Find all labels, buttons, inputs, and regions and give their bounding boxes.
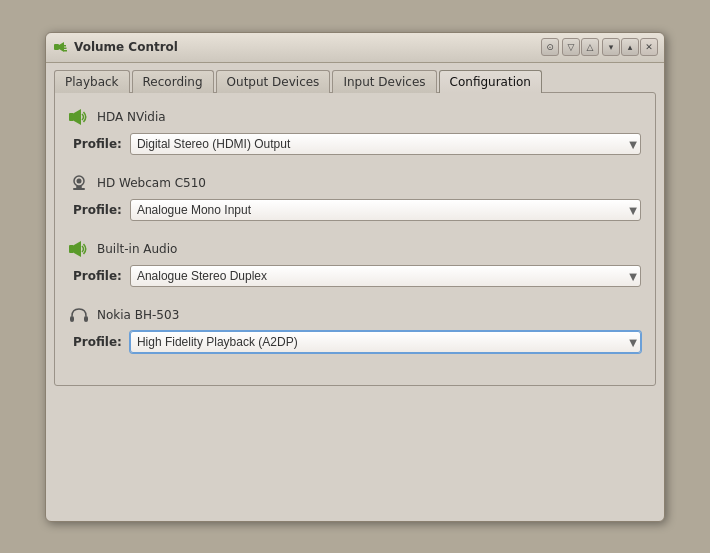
svg-rect-11 bbox=[69, 245, 74, 253]
volume-control-window: Volume Control ⊙ ▽ △ ▾ ▴ ✕ Playback Reco… bbox=[45, 32, 665, 522]
device-nokia-bh503-name: Nokia BH-503 bbox=[97, 308, 179, 322]
tab-input-devices[interactable]: Input Devices bbox=[332, 70, 436, 93]
window-btn-group-1: ⊙ bbox=[541, 38, 559, 56]
device-nokia-bh503-profile-label: Profile: bbox=[73, 335, 122, 349]
window-unshade-button[interactable]: △ bbox=[581, 38, 599, 56]
window-shade-button[interactable]: ▽ bbox=[562, 38, 580, 56]
webcam-icon bbox=[69, 173, 89, 193]
device-hda-nvidia-select-wrapper: Digital Stereo (HDMI) Output Digital Ste… bbox=[130, 133, 641, 155]
device-nokia-bh503-header: Nokia BH-503 bbox=[69, 305, 641, 325]
device-hd-webcam-header: HD Webcam C510 bbox=[69, 173, 641, 193]
tab-recording[interactable]: Recording bbox=[132, 70, 214, 93]
svg-rect-10 bbox=[73, 188, 85, 190]
headphone-icon bbox=[69, 305, 89, 325]
device-built-in-audio-profile-label: Profile: bbox=[73, 269, 122, 283]
svg-rect-9 bbox=[76, 186, 82, 188]
window-btn-group-2: ▽ △ bbox=[562, 38, 599, 56]
svg-rect-13 bbox=[70, 316, 74, 322]
device-built-in-audio: Built-in Audio Profile: Analogue Stereo … bbox=[69, 239, 641, 287]
device-hda-nvidia-profile-select[interactable]: Digital Stereo (HDMI) Output Digital Ste… bbox=[130, 133, 641, 155]
svg-rect-0 bbox=[54, 44, 59, 50]
tab-bar: Playback Recording Output Devices Input … bbox=[46, 63, 664, 92]
svg-marker-6 bbox=[74, 109, 81, 125]
device-built-in-audio-profile-select[interactable]: Analogue Stereo Duplex Analogue Stereo O… bbox=[130, 265, 641, 287]
speaker-icon bbox=[69, 107, 89, 127]
svg-rect-2 bbox=[64, 45, 66, 47]
device-nokia-bh503: Nokia BH-503 Profile: High Fidelity Play… bbox=[69, 305, 641, 353]
window-btn-group-3: ▾ ▴ ✕ bbox=[602, 38, 658, 56]
svg-marker-1 bbox=[59, 42, 64, 52]
device-built-in-audio-select-wrapper: Analogue Stereo Duplex Analogue Stereo O… bbox=[130, 265, 641, 287]
speaker-icon bbox=[69, 239, 89, 259]
svg-rect-5 bbox=[69, 113, 74, 121]
device-hda-nvidia-name: HDA NVidia bbox=[97, 110, 166, 124]
svg-marker-12 bbox=[74, 241, 81, 257]
svg-point-8 bbox=[77, 178, 82, 183]
svg-rect-14 bbox=[84, 316, 88, 322]
device-hd-webcam: HD Webcam C510 Profile: Analogue Mono In… bbox=[69, 173, 641, 221]
window-menu-button[interactable]: ⊙ bbox=[541, 38, 559, 56]
device-hd-webcam-profile-select[interactable]: Analogue Mono Input Analogue Stereo Inpu… bbox=[130, 199, 641, 221]
tab-configuration[interactable]: Configuration bbox=[439, 70, 542, 93]
titlebar: Volume Control ⊙ ▽ △ ▾ ▴ ✕ bbox=[46, 33, 664, 63]
svg-rect-4 bbox=[64, 50, 67, 52]
device-hda-nvidia-profile-row: Profile: Digital Stereo (HDMI) Output Di… bbox=[69, 133, 641, 155]
device-hd-webcam-name: HD Webcam C510 bbox=[97, 176, 206, 190]
device-built-in-audio-name: Built-in Audio bbox=[97, 242, 177, 256]
device-hda-nvidia-header: HDA NVidia bbox=[69, 107, 641, 127]
device-built-in-audio-profile-row: Profile: Analogue Stereo Duplex Analogue… bbox=[69, 265, 641, 287]
titlebar-controls: ⊙ ▽ △ ▾ ▴ ✕ bbox=[541, 38, 658, 56]
window-minimize-button[interactable]: ▾ bbox=[602, 38, 620, 56]
device-nokia-bh503-profile-select[interactable]: High Fidelity Playback (A2DP) Headset He… bbox=[130, 331, 641, 353]
window-close-button[interactable]: ✕ bbox=[640, 38, 658, 56]
device-hda-nvidia-profile-label: Profile: bbox=[73, 137, 122, 151]
device-hd-webcam-profile-label: Profile: bbox=[73, 203, 122, 217]
window-title: Volume Control bbox=[74, 40, 541, 54]
device-nokia-bh503-select-wrapper: High Fidelity Playback (A2DP) Headset He… bbox=[130, 331, 641, 353]
device-hd-webcam-select-wrapper: Analogue Mono Input Analogue Stereo Inpu… bbox=[130, 199, 641, 221]
device-nokia-bh503-profile-row: Profile: High Fidelity Playback (A2DP) H… bbox=[69, 331, 641, 353]
device-hd-webcam-profile-row: Profile: Analogue Mono Input Analogue St… bbox=[69, 199, 641, 221]
device-hda-nvidia: HDA NVidia Profile: Digital Stereo (HDMI… bbox=[69, 107, 641, 155]
svg-rect-3 bbox=[64, 48, 67, 50]
window-icon bbox=[52, 39, 68, 55]
tab-playback[interactable]: Playback bbox=[54, 70, 130, 93]
device-built-in-audio-header: Built-in Audio bbox=[69, 239, 641, 259]
tab-content-configuration: HDA NVidia Profile: Digital Stereo (HDMI… bbox=[54, 92, 656, 386]
tab-output-devices[interactable]: Output Devices bbox=[216, 70, 331, 93]
window-maximize-button[interactable]: ▴ bbox=[621, 38, 639, 56]
